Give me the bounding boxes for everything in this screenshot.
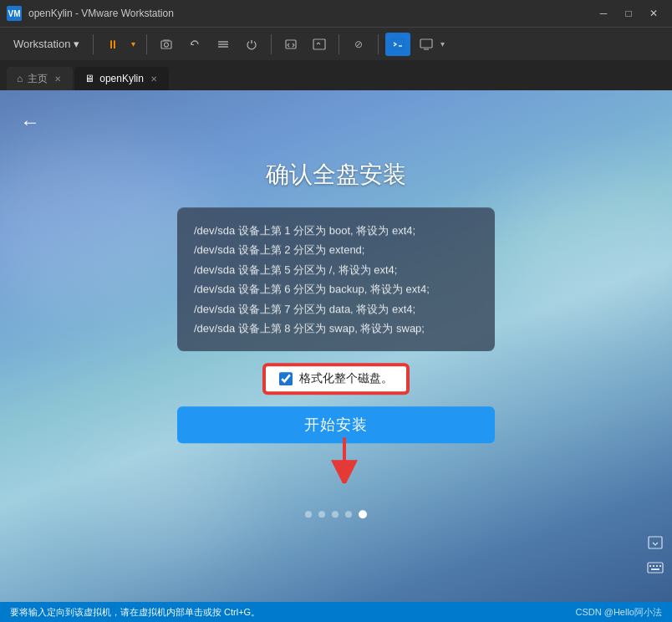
svg-rect-0 (161, 41, 171, 48)
svg-rect-12 (649, 565, 651, 567)
csdn-watermark: CSDN @Hello阿小法 (576, 606, 662, 619)
status-bar: 要将输入定向到该虚拟机，请在虚拟机内部单击或按 Ctrl+G。 CSDN @He… (0, 602, 672, 622)
display-button[interactable] (414, 33, 439, 56)
stretch-icon[interactable] (645, 533, 665, 553)
page-dots (305, 511, 367, 519)
app-icon: VM (7, 6, 22, 21)
home-tab-close[interactable]: ✕ (53, 74, 63, 84)
home-tab-label: 主页 (28, 72, 48, 86)
dot-2 (318, 512, 325, 518)
dots-container (305, 507, 367, 519)
partition-line-5: /dev/sda 设备上第 7 分区为 data, 将设为 ext4; (194, 299, 478, 319)
bottom-right-icons (645, 533, 665, 577)
svg-rect-14 (656, 565, 658, 567)
maximize-button[interactable]: □ (617, 4, 640, 23)
svg-rect-5 (286, 40, 296, 48)
svg-point-1 (165, 43, 169, 47)
partition-line-3: /dev/sda 设备上第 5 分区为 /, 将设为 ext4; (194, 260, 478, 279)
toolbar-separator-2 (146, 34, 147, 54)
install-button-container: 开始安装 (177, 407, 495, 444)
vm-icon: 🖥 (84, 73, 94, 84)
svg-rect-8 (420, 39, 432, 48)
dot-1 (305, 512, 312, 518)
status-hint: 要将输入定向到该虚拟机，请在虚拟机内部单击或按 Ctrl+G。 (10, 606, 260, 619)
pause-group: ⏸ ▾ (100, 33, 140, 56)
format-checkbox[interactable] (279, 373, 293, 386)
window-title: openKylin - VMware Workstation (28, 8, 585, 19)
toolbar-separator-5 (378, 34, 379, 54)
tab-home[interactable]: ⌂ 主页 ✕ (7, 67, 73, 90)
terminal-button[interactable] (385, 33, 410, 56)
dot-3 (332, 512, 339, 518)
window-controls: ─ □ ✕ (592, 4, 665, 23)
svg-rect-2 (218, 41, 228, 43)
stretch-button[interactable]: ⊘ (346, 33, 371, 56)
suspend-button[interactable] (211, 33, 236, 56)
svg-rect-3 (218, 43, 228, 45)
format-checkbox-area[interactable]: 格式化整个磁盘。 (264, 365, 408, 394)
vm-screen[interactable]: ← 确认全盘安装 /dev/sda 设备上第 1 分区为 boot, 将设为 e… (0, 90, 672, 602)
svg-rect-16 (651, 568, 659, 570)
svg-rect-6 (313, 39, 325, 49)
back-button[interactable]: ← (20, 110, 40, 134)
pause-button[interactable]: ⏸ (100, 33, 125, 56)
toolbar-separator-1 (93, 34, 94, 54)
fit-window-button[interactable] (307, 33, 332, 56)
svg-rect-15 (659, 565, 661, 567)
home-icon: ⌂ (17, 73, 23, 84)
svg-rect-4 (218, 46, 228, 48)
partition-line-1: /dev/sda 设备上第 1 分区为 boot, 将设为 ext4; (194, 221, 478, 240)
display-dropdown[interactable]: ▾ (440, 39, 445, 48)
partition-line-2: /dev/sda 设备上第 2 分区为 extend; (194, 241, 478, 260)
power-button[interactable] (239, 33, 264, 56)
svg-rect-11 (648, 563, 663, 573)
toolbar: Workstation ▾ ⏸ ▾ (0, 27, 672, 60)
install-dialog: 确认全盘安装 /dev/sda 设备上第 1 分区为 boot, 将设为 ext… (160, 159, 512, 518)
tab-openkylin[interactable]: 🖥 openKylin ✕ (74, 67, 169, 90)
format-checkbox-label[interactable]: 格式化整个磁盘。 (299, 372, 393, 387)
workstation-dropdown-arrow: ▾ (74, 38, 79, 50)
minimize-button[interactable]: ─ (592, 4, 615, 23)
openkylin-tab-label: openKylin (99, 73, 144, 84)
partition-line-4: /dev/sda 设备上第 6 分区为 backup, 将设为 ext4; (194, 279, 478, 298)
svg-rect-7 (392, 39, 404, 49)
fit-guest-button[interactable] (278, 33, 303, 56)
workstation-label: Workstation (13, 38, 70, 50)
dot-4 (345, 512, 352, 518)
toolbar-separator-3 (271, 34, 272, 54)
title-bar: VM openKylin - VMware Workstation ─ □ ✕ (0, 0, 672, 27)
revert-button[interactable] (182, 33, 207, 56)
tabs-bar: ⌂ 主页 ✕ 🖥 openKylin ✕ (0, 60, 672, 90)
svg-rect-10 (649, 537, 662, 548)
toolbar-separator-4 (339, 34, 339, 54)
red-arrow-indicator (319, 434, 369, 487)
openkylin-tab-close[interactable]: ✕ (149, 74, 159, 84)
partition-info-box: /dev/sda 设备上第 1 分区为 boot, 将设为 ext4; /dev… (177, 207, 495, 351)
dot-5-active (359, 511, 367, 519)
snapshot-button[interactable] (154, 33, 179, 56)
dialog-title: 确认全盘安装 (266, 159, 406, 191)
svg-rect-13 (653, 565, 654, 567)
partition-line-6: /dev/sda 设备上第 8 分区为 swap, 将设为 swap; (194, 319, 478, 338)
keyboard-icon[interactable] (645, 557, 665, 577)
workstation-menu-button[interactable]: Workstation ▾ (7, 34, 86, 54)
pause-dropdown-button[interactable]: ▾ (126, 33, 140, 56)
close-button[interactable]: ✕ (642, 4, 665, 23)
